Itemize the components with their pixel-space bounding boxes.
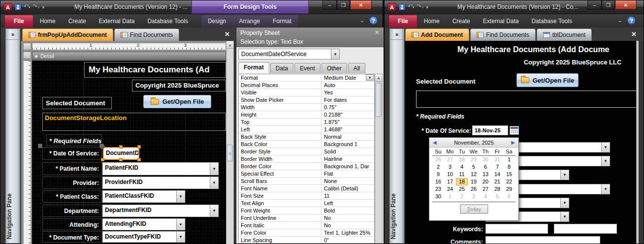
property-row[interactable]: Height0.2188"	[239, 111, 374, 119]
property-scrollbar[interactable]: ▲	[375, 74, 383, 244]
design-field-label[interactable]: * Document Type:	[42, 231, 102, 243]
calendar-day[interactable]: 2	[432, 163, 444, 171]
calendar-day[interactable]: 29	[503, 185, 515, 193]
property-row[interactable]: Show Date PickerFor dates	[239, 96, 374, 104]
maximize-button[interactable]: ❐	[337, 0, 350, 10]
doc-tab-add-document[interactable]: Add Document	[405, 29, 469, 41]
copyright-label[interactable]: Copyright 2025 BlueSpruce	[132, 80, 226, 92]
doc-tab-tbldocument[interactable]: tblDocument	[537, 29, 592, 41]
property-tab-event[interactable]: Event	[294, 63, 321, 73]
scroll-up-icon[interactable]: ▲	[226, 41, 233, 49]
keywords-field-2[interactable]	[554, 224, 617, 234]
nav-pane-expand-button[interactable]: »	[6, 29, 20, 40]
property-tab-format[interactable]: Format	[238, 62, 269, 73]
minimize-button[interactable]: –	[587, 0, 602, 10]
chevron-down-icon[interactable]: ▼	[601, 156, 610, 166]
design-field-combo[interactable]: DepartmentFKID▼	[102, 205, 219, 217]
design-field-label[interactable]: * Date Of Service:	[42, 147, 102, 160]
selection-handle[interactable]	[101, 158, 104, 161]
calendar-day[interactable]: 23	[432, 185, 444, 193]
property-tab-data[interactable]: Data	[270, 63, 293, 73]
calendar-day[interactable]: 19	[468, 178, 480, 185]
ribbon-collapse-icon[interactable]: ⌄	[618, 17, 622, 24]
redo-icon[interactable]: ↷▾	[417, 2, 424, 11]
close-document-icon[interactable]: ✕	[631, 30, 637, 38]
document-storage-location-field[interactable]	[416, 91, 639, 108]
calendar-day[interactable]: 5	[468, 163, 480, 171]
design-field-combo[interactable]: PatientClassFKID▼	[102, 190, 185, 203]
property-row[interactable]: Back StyleNormal	[239, 133, 374, 141]
calendar-day[interactable]: 1	[503, 156, 515, 163]
calendar-day[interactable]: 10	[444, 171, 456, 178]
help-icon[interactable]: ?	[369, 16, 378, 25]
calendar-day[interactable]: 30	[480, 156, 491, 163]
calendar-day[interactable]: 6	[480, 163, 491, 171]
form-title-label[interactable]: My Healthcare Documents (Ad	[84, 62, 226, 78]
chevron-down-icon[interactable]: ▼	[331, 49, 339, 59]
ribbon-tab-file[interactable]: File	[388, 15, 418, 28]
property-row[interactable]: FormatMedium Date▼	[239, 74, 374, 82]
get-open-file-button[interactable]: Get/Open File	[516, 73, 579, 87]
chevron-down-icon[interactable]: ▼	[601, 184, 610, 194]
design-field-combo[interactable]: DocumentTypeFKID▼	[102, 231, 185, 243]
calendar-day[interactable]: 26	[468, 185, 480, 193]
keywords-field-1[interactable]	[485, 224, 548, 234]
ribbon-tab-create[interactable]: Create	[62, 15, 93, 28]
chevron-down-icon[interactable]: ▼	[601, 143, 610, 152]
calendar-day[interactable]: 4	[456, 163, 468, 171]
calendar-day[interactable]: 2	[456, 193, 468, 200]
customize-qat-icon[interactable]: ▾	[426, 4, 428, 10]
selection-handle[interactable]	[119, 145, 123, 149]
calendar-day[interactable]: 26	[432, 156, 444, 163]
property-row[interactable]: VisibleYes	[239, 89, 374, 96]
document-storage-location-field[interactable]: DocumentStorageLocation	[42, 113, 226, 131]
ribbon-tab-format[interactable]: Format	[266, 15, 298, 28]
save-icon[interactable]	[399, 4, 405, 10]
calendar-day[interactable]: 27	[480, 185, 491, 193]
design-field-label[interactable]: * Patient Class:	[42, 190, 102, 203]
calendar-day[interactable]: 15	[503, 171, 515, 178]
next-month-icon[interactable]: ▶	[511, 138, 515, 148]
help-icon[interactable]: ?	[627, 16, 636, 25]
calendar-day[interactable]: 8	[503, 163, 515, 171]
design-field-label[interactable]: Department:	[42, 205, 102, 217]
calendar-day[interactable]: 6	[503, 193, 515, 200]
chevron-down-icon[interactable]: ▼	[176, 232, 185, 242]
property-row[interactable]: Font UnderlineNo	[239, 214, 374, 222]
scrollbar-thumb[interactable]	[376, 83, 382, 117]
access-logo-icon[interactable]: A	[3, 3, 12, 11]
scrollbar-thumb[interactable]: ≡	[227, 145, 233, 161]
property-tab-other[interactable]: Other	[322, 63, 347, 73]
maximize-button[interactable]: ❐	[602, 0, 615, 10]
calendar-day[interactable]: 18	[456, 178, 468, 185]
property-row[interactable]: Line Spacing0"	[239, 237, 374, 244]
form-vertical-scrollbar[interactable]	[636, 41, 639, 244]
save-icon[interactable]	[15, 4, 21, 10]
chevron-down-icon[interactable]: ▼	[210, 205, 218, 216]
design-field-combo[interactable]: ProviderFKID▼	[102, 177, 219, 189]
property-row[interactable]: Border StyleSolid	[239, 148, 374, 155]
calendar-day[interactable]: 3	[468, 193, 480, 200]
design-field-combo[interactable]: AttendingFKID▼	[102, 218, 185, 230]
ribbon-collapse-icon[interactable]: ⌄	[360, 17, 364, 24]
doc-tab-find-documents[interactable]: Find Documents	[470, 29, 535, 41]
calendar-day[interactable]: 29	[468, 156, 480, 163]
calendar-day[interactable]: 17	[444, 178, 456, 185]
ribbon-tab-home[interactable]: Home	[418, 15, 446, 28]
chevron-down-icon[interactable]: ▼	[560, 212, 569, 221]
ribbon-tab-design[interactable]: Design	[201, 15, 232, 28]
doc-tab-find-documents[interactable]: Find Documents	[114, 29, 179, 41]
property-row[interactable]: Back ColorBackground 1	[239, 141, 374, 148]
property-row[interactable]: Special EffectFlat	[239, 170, 374, 178]
calendar-day[interactable]: 31	[491, 156, 503, 163]
selection-handle[interactable]	[137, 158, 141, 161]
property-row[interactable]: Border WidthHairline	[239, 155, 374, 163]
section-collapse-icon[interactable]: ◆	[34, 54, 38, 59]
get-open-file-button[interactable]: Get/Open File	[143, 95, 211, 108]
nav-pane-expand-button[interactable]: »	[390, 29, 404, 40]
calendar-day[interactable]: 25	[456, 185, 468, 193]
calendar-day[interactable]: 28	[491, 185, 503, 193]
chevron-down-icon[interactable]: ▼	[210, 163, 218, 175]
today-button[interactable]: Today	[460, 205, 488, 214]
property-row[interactable]: Font WeightBold	[239, 207, 374, 214]
